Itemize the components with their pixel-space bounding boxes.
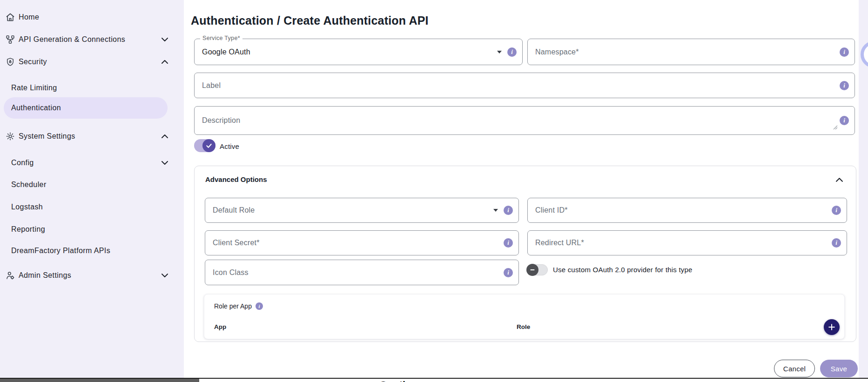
revealed-page-strip: Oauth (0, 378, 868, 382)
sidebar-item-label: Scheduler (11, 181, 47, 189)
column-header-app: App (214, 323, 226, 330)
info-icon[interactable]: i (840, 81, 849, 90)
sidebar-item-label: Admin Settings (19, 271, 71, 280)
info-icon[interactable]: i (504, 268, 513, 277)
label-field: i (194, 73, 855, 98)
service-type-select[interactable]: Service Type* Google OAuth i (194, 39, 523, 65)
namespace-input[interactable] (528, 39, 840, 65)
client-id-field: i (527, 198, 847, 223)
sidebar-item-scheduler[interactable]: Scheduler (0, 175, 184, 194)
info-icon[interactable]: i (507, 47, 517, 57)
column-header-role: Role (517, 323, 530, 330)
chevron-down-icon[interactable] (161, 273, 168, 278)
icon-class-input[interactable] (205, 260, 504, 285)
sidebar-item-label: DreamFactory Platform APIs (11, 247, 110, 255)
sidebar-item-system-settings[interactable]: System Settings (0, 127, 184, 146)
add-role-mapping-button[interactable] (824, 319, 840, 335)
cancel-button[interactable]: Cancel (774, 360, 815, 377)
redirect-url-input[interactable] (528, 231, 832, 255)
label-input[interactable] (195, 73, 840, 98)
revealed-sidebar-block (0, 379, 199, 382)
sidebar-item-rate-limiting[interactable]: Rate Limiting (0, 79, 184, 97)
sidebar-item-label: Home (19, 13, 39, 21)
toggle-thumb-check-icon (202, 139, 215, 152)
sidebar-item-config[interactable]: Config (0, 154, 184, 172)
role-per-app-card (204, 294, 845, 339)
custom-oauth-toggle-label: Use custom OAuth 2.0 provider for this t… (553, 266, 693, 274)
service-type-label: Service Type* (200, 35, 242, 41)
default-role-select[interactable]: Default Role i (205, 198, 519, 223)
sidebar-item-label: Rate Limiting (11, 84, 57, 92)
sidebar-item-label: API Generation & Connections (19, 35, 125, 44)
dropdown-arrow-icon (497, 51, 502, 54)
collapse-chevron-up-icon[interactable] (836, 175, 843, 184)
advanced-options-title: Advanced Options (205, 175, 267, 183)
description-field: i (194, 106, 855, 135)
active-toggle-label: Active (220, 142, 239, 150)
floating-help-button-partial[interactable] (861, 41, 868, 68)
active-toggle[interactable] (194, 139, 215, 152)
role-per-app-title: Role per App i (214, 302, 263, 310)
sidebar-item-reporting[interactable]: Reporting (0, 220, 184, 239)
description-input[interactable] (195, 107, 833, 134)
icon-class-field: i (205, 260, 519, 285)
info-icon[interactable]: i (832, 206, 841, 215)
sidebar-item-label: Authentication (11, 104, 61, 112)
sidebar-item-label: Config (11, 159, 34, 167)
chevron-up-icon[interactable] (161, 134, 168, 139)
sidebar-item-authentication[interactable]: Authentication (0, 97, 184, 119)
service-type-value: Google OAuth (195, 48, 497, 56)
admin-user-gear-icon (6, 271, 15, 280)
save-button[interactable]: Save (820, 360, 858, 377)
sidebar-item-label: Logstash (11, 203, 43, 211)
default-role-placeholder: Default Role (205, 206, 493, 214)
info-icon[interactable]: i (840, 47, 849, 57)
info-icon[interactable]: i (504, 238, 513, 248)
revealed-page-heading: Oauth (379, 379, 409, 382)
gear-icon (6, 132, 15, 141)
sidebar-item-security[interactable]: Security (0, 53, 184, 71)
info-icon[interactable]: i (840, 116, 849, 125)
chevron-up-icon[interactable] (161, 60, 168, 64)
sidebar-item-label: Reporting (11, 225, 45, 234)
shield-lock-icon (6, 57, 15, 67)
sidebar-item-label: Security (19, 58, 47, 66)
plus-icon (827, 322, 836, 332)
custom-oauth-toggle[interactable] (527, 264, 548, 275)
sidebar-item-dreamfactory-platform-apis[interactable]: DreamFactory Platform APIs (0, 241, 184, 260)
chevron-down-icon[interactable] (161, 161, 168, 165)
client-id-input[interactable] (528, 198, 832, 222)
home-icon (6, 13, 15, 22)
client-secret-field: i (205, 230, 519, 255)
sidebar-item-label: System Settings (19, 132, 75, 141)
sidebar-item-admin-settings[interactable]: Admin Settings (0, 266, 184, 285)
resize-handle-icon[interactable] (833, 123, 838, 132)
dropdown-arrow-icon (493, 209, 498, 212)
redirect-url-field: i (527, 230, 847, 255)
sidebar-item-home[interactable]: Home (0, 8, 184, 27)
api-connections-icon (6, 35, 15, 44)
info-icon[interactable]: i (504, 206, 513, 215)
client-secret-input[interactable] (205, 231, 504, 255)
app-screen: Home API Generation & Connections Securi… (0, 0, 868, 382)
page-title: Authentication / Create Authentication A… (191, 14, 429, 27)
info-icon[interactable]: i (832, 238, 841, 248)
namespace-field: i (527, 39, 855, 65)
role-per-app-title-text: Role per App (214, 302, 252, 310)
info-icon[interactable]: i (256, 302, 263, 310)
toggle-thumb-minus-icon (526, 264, 538, 276)
sidebar-item-logstash[interactable]: Logstash (0, 198, 184, 216)
chevron-down-icon[interactable] (161, 37, 168, 42)
sidebar-item-api-generation[interactable]: API Generation & Connections (0, 30, 184, 49)
